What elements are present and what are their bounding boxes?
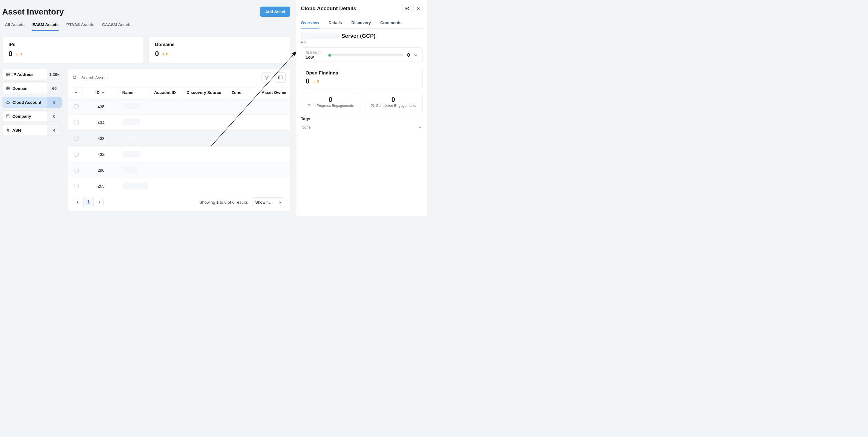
panel-tab-comments[interactable]: Comments xyxy=(380,18,402,29)
open-findings-title: Open Findings xyxy=(306,70,418,76)
card-title: Domains xyxy=(155,42,284,48)
summary-card-domains: Domains 0 0 xyxy=(149,37,290,63)
table-row[interactable]: 265 xyxy=(68,178,290,194)
trend-indicator: 0 xyxy=(15,52,22,56)
row-checkbox[interactable] xyxy=(74,152,79,157)
filter-ip-address[interactable]: IP Address 1.29k xyxy=(2,69,62,80)
tab-caasm-assets[interactable]: CAASM Assets xyxy=(102,22,132,31)
panel-tab-details[interactable]: Details xyxy=(329,18,342,29)
redacted-name xyxy=(123,167,137,173)
card-value: 0 xyxy=(8,50,12,58)
col-asset-owner[interactable]: Asset Owner xyxy=(258,86,290,99)
filter-label: Cloud Account xyxy=(12,100,41,104)
tab-ptaas-assets[interactable]: PTAAS Assets xyxy=(66,22,94,31)
filter-sidebar: IP Address 1.29k Domain 60 Cloud Account… xyxy=(2,69,62,211)
filter-label: Domain xyxy=(12,86,27,91)
engagement-label: Completed Engagements xyxy=(376,103,416,107)
filter-count: 60 xyxy=(47,83,62,94)
pagination: 1 xyxy=(73,197,104,207)
risk-level: Low xyxy=(306,55,325,59)
tags-value: None xyxy=(302,125,311,129)
filter-label: Company xyxy=(12,114,31,119)
redacted-name xyxy=(123,183,148,189)
row-id: 433 xyxy=(82,132,120,145)
table-row[interactable]: 298 xyxy=(68,162,290,178)
tags-dropdown[interactable]: None xyxy=(301,124,423,131)
filter-button[interactable] xyxy=(261,72,272,83)
redacted-name xyxy=(123,119,140,125)
check-badge-icon xyxy=(370,104,374,107)
col-discovery-source[interactable]: Discovery Source xyxy=(183,86,228,99)
panel-tab-discovery[interactable]: Discovery xyxy=(351,18,371,29)
filter-count: 6 xyxy=(47,97,62,107)
row-id: 265 xyxy=(82,179,120,193)
clock-icon xyxy=(307,104,311,107)
globe-icon xyxy=(6,72,10,77)
table-row[interactable]: 432 xyxy=(68,147,290,162)
page-number[interactable]: 1 xyxy=(83,197,94,207)
add-asset-button[interactable]: Add Asset xyxy=(260,7,290,17)
row-checkbox[interactable] xyxy=(74,168,79,173)
row-checkbox[interactable] xyxy=(74,184,79,188)
risk-label: Risk Score xyxy=(306,51,325,55)
close-button[interactable] xyxy=(413,4,423,13)
row-id: 434 xyxy=(82,116,120,129)
trend-value: 0 xyxy=(166,52,168,56)
card-title: IPs xyxy=(8,42,137,48)
page-size-select[interactable]: Showing … xyxy=(252,197,285,207)
col-name[interactable]: Name xyxy=(119,86,151,99)
risk-score-value: 0 xyxy=(407,52,410,58)
row-id: 435 xyxy=(82,100,120,113)
panel-tabs: Overview Details Discovery Comments xyxy=(301,16,423,29)
expand-risk-button[interactable] xyxy=(413,53,418,58)
columns-button[interactable] xyxy=(275,72,286,83)
col-zone[interactable]: Zone xyxy=(228,86,258,99)
world-icon xyxy=(6,86,10,91)
redacted-name xyxy=(123,151,140,157)
filter-cloud-account[interactable]: Cloud Account 6 xyxy=(2,97,62,108)
risk-bar xyxy=(328,54,404,56)
panel-title: Cloud Account Details xyxy=(301,5,356,11)
risk-score-box: Risk Score Low 0 xyxy=(301,48,423,63)
svg-rect-4 xyxy=(278,76,282,79)
asset-id: 433 xyxy=(301,40,423,44)
svg-point-5 xyxy=(407,8,408,9)
next-page-button[interactable] xyxy=(93,197,104,207)
table-row[interactable]: 435 xyxy=(68,99,290,115)
filter-asn[interactable]: ASN 4 xyxy=(2,125,62,136)
tab-easm-assets[interactable]: EASM Assets xyxy=(32,22,59,31)
page-title: Asset Inventory xyxy=(2,7,64,17)
in-progress-engagements-box: 0 In Progress Engagements xyxy=(301,93,360,112)
pagination-summary: Showing 1 to 6 of 6 results xyxy=(199,200,248,205)
col-account-id[interactable]: Account ID xyxy=(151,86,183,99)
col-expand[interactable] xyxy=(68,86,82,99)
main-tabs: All Assets EASM Assets PTAAS Assets CAAS… xyxy=(2,22,290,31)
trend-value: 0 xyxy=(316,79,319,84)
engagement-count: 0 xyxy=(304,96,357,103)
col-id[interactable]: ID xyxy=(82,86,119,99)
row-checkbox[interactable] xyxy=(74,120,79,125)
open-findings-box: Open Findings 0 0 xyxy=(301,67,423,89)
filter-company[interactable]: Company 0 xyxy=(2,111,62,122)
row-checkbox[interactable] xyxy=(74,104,79,109)
filter-count: 1.29k xyxy=(47,69,62,80)
asset-table: ID Name Account ID Discovery Source Zone… xyxy=(68,69,290,211)
prev-page-button[interactable] xyxy=(73,197,84,207)
tab-all-assets[interactable]: All Assets xyxy=(5,22,25,31)
panel-tab-overview[interactable]: Overview xyxy=(301,18,319,29)
cloud-icon xyxy=(6,100,10,104)
detail-panel: Cloud Account Details Overview Details D… xyxy=(296,0,427,216)
summary-card-ips: IPs 0 0 xyxy=(2,37,144,63)
row-id: 298 xyxy=(82,163,120,177)
filter-domain[interactable]: Domain 60 xyxy=(2,83,62,94)
table-row[interactable]: 433 xyxy=(68,131,290,147)
table-row[interactable]: 434 xyxy=(68,115,290,131)
trend-value: 0 xyxy=(20,52,22,56)
filter-count: 4 xyxy=(47,125,62,135)
redacted-name xyxy=(123,135,140,141)
view-button[interactable] xyxy=(403,4,412,13)
hash-icon xyxy=(6,128,10,132)
row-checkbox[interactable] xyxy=(74,136,79,141)
search-input[interactable] xyxy=(80,73,258,82)
trend-indicator: 0 xyxy=(161,52,168,56)
